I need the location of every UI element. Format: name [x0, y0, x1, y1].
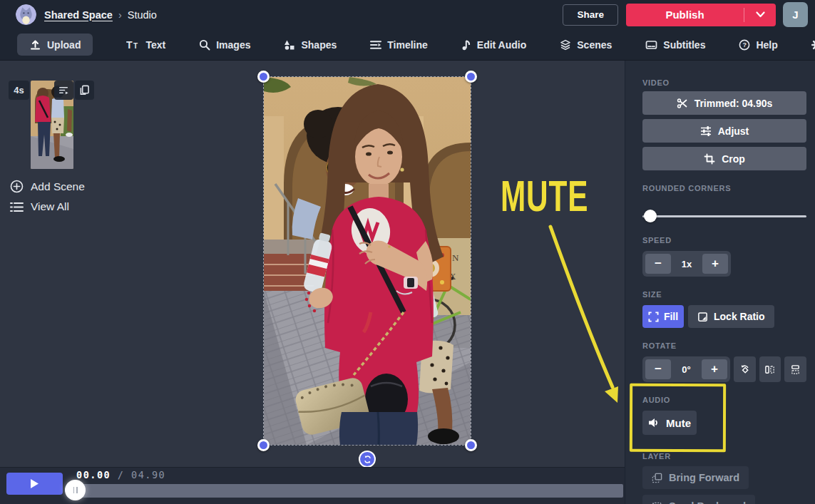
seek-track[interactable] — [75, 484, 623, 498]
publish-button[interactable]: Publish — [626, 4, 776, 26]
breadcrumb: Shared Space › Studio — [44, 9, 157, 21]
workspace-avatar[interactable] — [16, 4, 36, 25]
plus-circle-icon — [10, 180, 24, 193]
breadcrumb-separator: › — [118, 9, 122, 21]
toolbar-upload[interactable]: Upload — [17, 34, 93, 56]
toolbar-scenes-label: Scenes — [577, 39, 612, 51]
toolbar-scenes[interactable]: Scenes — [560, 39, 612, 51]
toolbar-images[interactable]: Images — [199, 39, 250, 51]
scene-duplicate-button[interactable] — [75, 81, 94, 100]
mute-button[interactable]: Mute — [642, 411, 697, 435]
flip-horizontal-button[interactable] — [759, 356, 781, 382]
toolbar-images-label: Images — [216, 39, 250, 51]
size-section-label: SIZE — [642, 290, 806, 299]
lock-ratio-icon — [697, 312, 708, 322]
rounded-corners-label: ROUNDED CORNERS — [642, 184, 806, 192]
toolbar-timeline-label: Timeline — [387, 39, 428, 51]
lock-ratio-button[interactable]: Lock Ratio — [688, 305, 774, 328]
crop-button[interactable]: Crop — [642, 147, 806, 170]
bring-forward-label: Bring Forward — [669, 472, 739, 483]
toolbar-subtitles[interactable]: Subtitles — [645, 39, 705, 51]
adjust-button[interactable]: Adjust — [642, 119, 806, 143]
rotate-90-icon — [739, 364, 750, 375]
toolbar-edit-audio-label: Edit Audio — [477, 39, 526, 51]
send-backward-icon — [652, 501, 662, 504]
resize-handle-bottom-left[interactable] — [257, 439, 270, 451]
send-backward-button[interactable]: Send Backward — [642, 495, 755, 504]
scene-duration-badge: 4s — [9, 81, 29, 100]
slider-thumb[interactable] — [644, 210, 657, 222]
speed-decrease-button[interactable]: − — [645, 254, 671, 274]
top-bar: Shared Space › Studio Share Publish J — [0, 0, 815, 29]
add-scene-label: Add Scene — [31, 180, 85, 193]
shapes-icon — [284, 39, 295, 51]
layers-icon — [560, 39, 571, 51]
fill-button-label: Fill — [664, 311, 678, 322]
speed-value: 1x — [671, 259, 702, 269]
toolbar-shapes-label: Shapes — [301, 39, 337, 51]
rotate-stepper: − 0° + — [642, 356, 730, 382]
scrubber-grip — [73, 487, 75, 493]
list-icon — [10, 201, 24, 213]
add-scene-button[interactable]: Add Scene — [10, 180, 85, 193]
seek-scrubber[interactable] — [65, 480, 86, 500]
layer-section-label: LAYER — [642, 452, 806, 461]
adjust-button-label: Adjust — [718, 125, 749, 137]
rotate-90-button[interactable] — [734, 356, 756, 382]
resize-handle-bottom-right[interactable] — [465, 439, 477, 451]
video-section-label: VIDEO — [642, 78, 806, 87]
crop-button-label: Crop — [722, 153, 745, 165]
toolbar-help[interactable]: ? Help — [739, 39, 777, 51]
toolbar-settings[interactable]: Settings — [811, 39, 815, 51]
trim-menu-icon — [58, 85, 69, 96]
svg-text:?: ? — [743, 41, 747, 48]
user-avatar[interactable]: J — [783, 2, 808, 27]
speed-increase-button[interactable]: + — [702, 254, 728, 274]
publish-dropdown[interactable] — [744, 4, 776, 26]
rotate-handle[interactable] — [359, 451, 376, 468]
slider-track[interactable] — [642, 215, 806, 217]
publish-label[interactable]: Publish — [626, 4, 744, 26]
scene-trim-button[interactable] — [54, 81, 73, 100]
fill-button[interactable]: Fill — [642, 305, 684, 328]
chevron-down-icon — [756, 11, 765, 18]
gear-icon — [811, 39, 815, 51]
audio-section-label: AUDIO — [642, 396, 806, 404]
svg-text:T: T — [133, 42, 138, 50]
play-button[interactable] — [6, 473, 63, 495]
resize-handle-top-right[interactable] — [465, 71, 477, 83]
rotate-increase-button[interactable]: + — [702, 359, 727, 379]
expand-icon — [648, 312, 659, 322]
toolbar-shapes[interactable]: Shapes — [284, 39, 337, 51]
playback-bar: 00.00 / 04.90 — [0, 467, 625, 504]
canvas-video-layer[interactable]: NION LEX — [264, 77, 471, 445]
total-time: 04.90 — [131, 469, 165, 480]
toolbar-edit-audio[interactable]: Edit Audio — [461, 39, 526, 51]
rounded-corners-slider[interactable] — [642, 210, 806, 222]
upload-icon — [29, 38, 41, 51]
toolbar-timeline[interactable]: Timeline — [370, 39, 428, 51]
music-note-icon — [461, 39, 471, 51]
current-time: 00.00 — [76, 469, 111, 480]
flip-horizontal-icon — [764, 364, 775, 375]
help-icon: ? — [739, 39, 750, 51]
view-all-button[interactable]: View All — [10, 200, 69, 213]
toolbar-text-label: Text — [145, 39, 165, 51]
scissors-icon — [677, 98, 688, 109]
toolbar-text[interactable]: T T Text — [126, 39, 165, 51]
flip-vertical-button[interactable] — [784, 356, 806, 382]
speed-section-label: SPEED — [642, 236, 806, 245]
share-button[interactable]: Share — [563, 4, 618, 26]
rotate-section-label: ROTATE — [642, 341, 806, 350]
breadcrumb-workspace[interactable]: Shared Space — [44, 9, 113, 21]
trim-button[interactable]: Trimmed: 04.90s — [642, 91, 806, 115]
bring-forward-button[interactable]: Bring Forward — [642, 466, 749, 489]
sliders-icon — [700, 125, 712, 137]
rotate-decrease-button[interactable]: − — [645, 359, 671, 379]
play-icon — [31, 479, 39, 488]
properties-panel: VIDEO Trimmed: 04.90s Adjust Crop ROUNDE… — [625, 61, 815, 504]
flip-vertical-icon — [790, 364, 801, 375]
breadcrumb-page: Studio — [128, 9, 157, 21]
svg-text:T: T — [126, 39, 133, 51]
resize-handle-top-left[interactable] — [257, 71, 270, 83]
